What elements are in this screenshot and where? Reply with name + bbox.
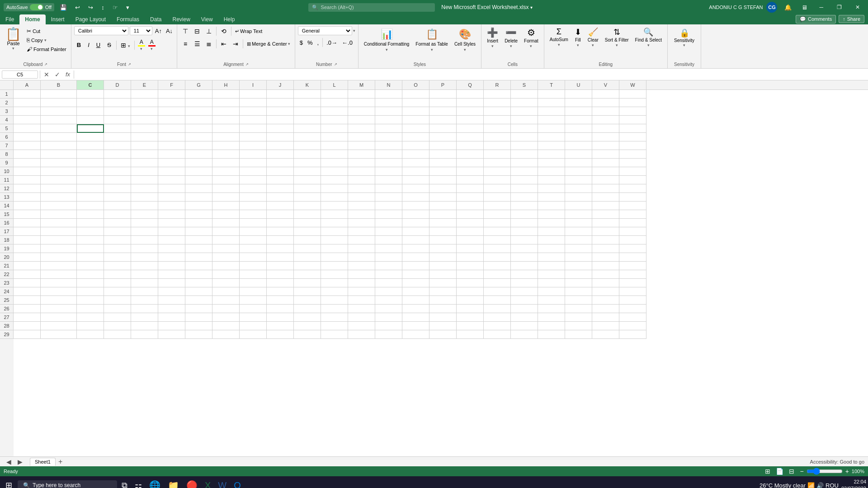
delete-button[interactable]: ➖ Delete ▾ [502, 26, 520, 49]
cell-W25[interactable] [619, 296, 646, 305]
cell-H24[interactable] [212, 287, 240, 296]
clear-button[interactable]: 🧹 Clear ▾ [585, 26, 601, 48]
font-name-select[interactable]: Calibri [74, 26, 128, 35]
cell-G2[interactable] [185, 99, 212, 107]
cell-R20[interactable] [484, 253, 511, 262]
cell-W5[interactable] [619, 124, 646, 133]
cell-P24[interactable] [429, 287, 457, 296]
cell-E10[interactable] [131, 167, 158, 176]
cell-M15[interactable] [348, 210, 375, 219]
cell-W29[interactable] [619, 330, 646, 339]
cell-Q10[interactable] [457, 167, 484, 176]
row-header-1[interactable]: 1 [0, 90, 14, 99]
cell-L17[interactable] [321, 227, 348, 236]
cell-S26[interactable] [511, 305, 538, 313]
cell-E3[interactable] [131, 107, 158, 116]
cell-V24[interactable] [592, 287, 619, 296]
cell-D4[interactable] [104, 116, 131, 124]
cell-W16[interactable] [619, 219, 646, 227]
cell-P2[interactable] [429, 99, 457, 107]
cell-T28[interactable] [538, 322, 565, 330]
cell-E7[interactable] [131, 141, 158, 150]
cell-G1[interactable] [185, 90, 212, 99]
cell-T14[interactable] [538, 202, 565, 210]
cell-N19[interactable] [375, 244, 402, 253]
cell-C23[interactable] [77, 279, 104, 287]
cell-K8[interactable] [294, 150, 321, 159]
cell-N11[interactable] [375, 176, 402, 184]
cell-A3[interactable] [14, 107, 41, 116]
cell-F3[interactable] [158, 107, 185, 116]
cell-S5[interactable] [511, 124, 538, 133]
row-header-20[interactable]: 20 [0, 253, 14, 262]
col-header-k[interactable]: K [294, 80, 321, 89]
cell-S18[interactable] [511, 236, 538, 244]
cell-I20[interactable] [240, 253, 267, 262]
cell-N1[interactable] [375, 90, 402, 99]
cell-U29[interactable] [565, 330, 592, 339]
cell-F26[interactable] [158, 305, 185, 313]
cell-M22[interactable] [348, 270, 375, 279]
cell-K5[interactable] [294, 124, 321, 133]
cell-M29[interactable] [348, 330, 375, 339]
copy-button[interactable]: ⎘ Copy ▾ [25, 36, 68, 44]
cell-S2[interactable] [511, 99, 538, 107]
row-header-5[interactable]: 5 [0, 124, 14, 133]
cell-B21[interactable] [41, 262, 77, 270]
cell-A28[interactable] [14, 322, 41, 330]
cell-V26[interactable] [592, 305, 619, 313]
cell-F25[interactable] [158, 296, 185, 305]
cell-C10[interactable] [77, 167, 104, 176]
cell-G17[interactable] [185, 227, 212, 236]
cell-Q22[interactable] [457, 270, 484, 279]
cell-K29[interactable] [294, 330, 321, 339]
cell-W17[interactable] [619, 227, 646, 236]
cell-P4[interactable] [429, 116, 457, 124]
cell-J24[interactable] [267, 287, 294, 296]
cell-W10[interactable] [619, 167, 646, 176]
cell-H18[interactable] [212, 236, 240, 244]
cell-I5[interactable] [240, 124, 267, 133]
cell-C7[interactable] [77, 141, 104, 150]
col-header-n[interactable]: N [375, 80, 402, 89]
cell-A20[interactable] [14, 253, 41, 262]
cell-A15[interactable] [14, 210, 41, 219]
cell-V2[interactable] [592, 99, 619, 107]
cell-K24[interactable] [294, 287, 321, 296]
cell-U16[interactable] [565, 219, 592, 227]
cell-F13[interactable] [158, 193, 185, 202]
zoom-out-button[interactable]: − [799, 467, 804, 476]
cell-B18[interactable] [41, 236, 77, 244]
cell-U24[interactable] [565, 287, 592, 296]
cell-K10[interactable] [294, 167, 321, 176]
cell-Q14[interactable] [457, 202, 484, 210]
cell-O26[interactable] [402, 305, 429, 313]
cell-K28[interactable] [294, 322, 321, 330]
cell-C29[interactable] [77, 330, 104, 339]
cell-E4[interactable] [131, 116, 158, 124]
cell-N21[interactable] [375, 262, 402, 270]
cell-Q23[interactable] [457, 279, 484, 287]
cell-M9[interactable] [348, 159, 375, 167]
cell-W20[interactable] [619, 253, 646, 262]
cell-B2[interactable] [41, 99, 77, 107]
cell-N27[interactable] [375, 313, 402, 322]
cell-Q1[interactable] [457, 90, 484, 99]
cell-S13[interactable] [511, 193, 538, 202]
cell-T25[interactable] [538, 296, 565, 305]
cell-C5[interactable] [77, 124, 104, 133]
monitor-icon[interactable]: 🖥 [799, 3, 810, 12]
cell-J25[interactable] [267, 296, 294, 305]
cell-Q24[interactable] [457, 287, 484, 296]
cell-H15[interactable] [212, 210, 240, 219]
cell-K23[interactable] [294, 279, 321, 287]
cell-F15[interactable] [158, 210, 185, 219]
cell-Q3[interactable] [457, 107, 484, 116]
cell-R24[interactable] [484, 287, 511, 296]
cell-L28[interactable] [321, 322, 348, 330]
cell-Q13[interactable] [457, 193, 484, 202]
cell-M24[interactable] [348, 287, 375, 296]
cell-L29[interactable] [321, 330, 348, 339]
cell-D29[interactable] [104, 330, 131, 339]
cell-W4[interactable] [619, 116, 646, 124]
